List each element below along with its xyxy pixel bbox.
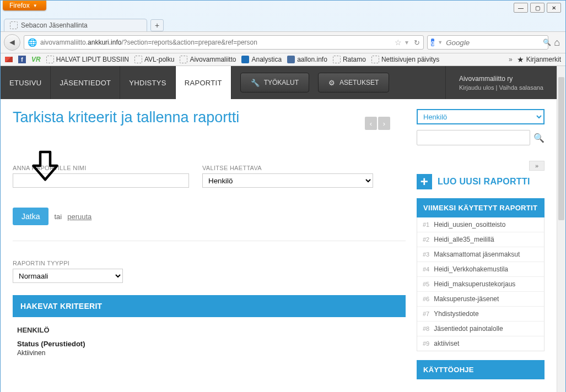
gmail-icon bbox=[5, 57, 13, 62]
org-name: Aivovammaliitto ry bbox=[459, 75, 543, 83]
pager-prev-button[interactable]: ‹ bbox=[365, 117, 377, 130]
search-dropdown-icon[interactable]: ▼ bbox=[438, 40, 443, 45]
facebook-icon: f bbox=[18, 56, 26, 63]
search-input[interactable] bbox=[446, 39, 540, 47]
bookmark-item[interactable]: Ratamo bbox=[333, 56, 366, 63]
bookmark-item[interactable]: Nettisivujen päivitys bbox=[371, 56, 439, 63]
bookmarks-menu[interactable]: ★Kirjanmerkit bbox=[517, 55, 561, 64]
report-type-select[interactable]: Normaali bbox=[13, 269, 123, 283]
guide-header: KÄYTTÖOHJE bbox=[417, 360, 545, 379]
generic-favicon bbox=[134, 56, 142, 63]
generic-favicon bbox=[371, 56, 379, 63]
entity-select[interactable]: Henkilö bbox=[417, 109, 545, 124]
analystica-icon bbox=[241, 56, 249, 63]
or-text: tai bbox=[54, 213, 62, 221]
bookmark-item[interactable]: Analystica bbox=[241, 56, 282, 63]
nav-yhdistys[interactable]: YHDISTYS bbox=[120, 66, 175, 99]
target-label: VALITSE HAETTAVA bbox=[202, 165, 373, 171]
vertical-scrollbar[interactable] bbox=[557, 66, 565, 392]
recent-report-item[interactable]: #9aktiiviset bbox=[417, 336, 544, 351]
nav-tyokalut-button[interactable]: 🔧TYÖKALUT bbox=[240, 73, 309, 92]
recent-report-item[interactable]: #3Maksamattomat jäsenmaksut bbox=[417, 247, 544, 262]
nav-jasentiedot[interactable]: JÄSENTIEDOT bbox=[51, 66, 120, 99]
reload-icon[interactable]: ↻ bbox=[414, 39, 420, 47]
bookmark-overflow-icon[interactable]: » bbox=[509, 56, 513, 63]
dropdown-icon[interactable]: ▾ bbox=[405, 39, 408, 46]
recent-report-item[interactable]: #2Heidi_alle35_meilillä bbox=[417, 232, 544, 247]
url-bar[interactable]: 🌐 aivovammaliitto.ankkuri.info/?section=… bbox=[24, 35, 424, 50]
vr-icon: VR bbox=[31, 56, 41, 63]
tab-title: Sebacon Jäsenhallinta bbox=[21, 21, 88, 29]
search-icon[interactable]: 🔍 bbox=[543, 39, 551, 46]
browser-search-box[interactable]: g ▼ 🔍 bbox=[427, 35, 548, 50]
bookmark-gmail[interactable] bbox=[5, 57, 13, 62]
generic-favicon bbox=[333, 56, 341, 63]
bookmark-item[interactable]: AVL-polku bbox=[134, 56, 174, 63]
target-select[interactable]: Henkilö bbox=[202, 173, 373, 188]
window-minimize-button[interactable]: — bbox=[514, 3, 528, 13]
user-panel: Aivovammaliitto ry Kirjaudu ulos | Vaihd… bbox=[445, 66, 557, 99]
criteria-value: Aktiivinen bbox=[17, 349, 401, 357]
change-password-link[interactable]: Vaihda salasana bbox=[499, 84, 543, 91]
home-icon[interactable]: ⌂ bbox=[552, 37, 562, 48]
browser-tab[interactable]: Sebacon Jäsenhallinta bbox=[4, 19, 147, 31]
url-text: aivovammaliitto.ankkuri.info/?section=re… bbox=[40, 39, 257, 46]
recent-report-item[interactable]: #7Yhdistystiedote bbox=[417, 307, 544, 322]
continue-button[interactable]: Jatka bbox=[13, 208, 48, 225]
bookmark-star-icon[interactable]: ☆ bbox=[395, 38, 402, 47]
nav-etusivu[interactable]: ETUSIVU bbox=[1, 66, 51, 99]
window-maximize-button[interactable]: ▢ bbox=[530, 3, 545, 13]
annotation-arrow-icon bbox=[30, 150, 60, 184]
nav-back-button[interactable]: ◄ bbox=[4, 34, 20, 51]
cancel-link[interactable]: peruuta bbox=[67, 213, 91, 221]
window-close-button[interactable]: ✕ bbox=[547, 3, 561, 13]
plus-icon: + bbox=[417, 174, 432, 189]
recent-reports-header: VIIMEKSI KÄYTETYT RAPORTIT bbox=[417, 198, 545, 217]
nav-raportit[interactable]: RAPORTIT bbox=[176, 66, 231, 99]
bookmark-item[interactable]: HALVAT LIPUT BUSSIIN bbox=[46, 56, 129, 63]
collapse-button[interactable]: » bbox=[529, 161, 545, 171]
new-report-button[interactable]: + LUO UUSI RAPORTTI bbox=[417, 174, 545, 189]
google-icon: g bbox=[431, 39, 434, 46]
top-nav: ETUSIVU JÄSENTIEDOT YHDISTYS RAPORTIT 🔧T… bbox=[1, 66, 557, 99]
criteria-header: HAKEVAT KRITEERIT bbox=[13, 295, 406, 317]
bookmark-bar: f VR HALVAT LIPUT BUSSIIN AVL-polku Aivo… bbox=[1, 53, 565, 66]
new-tab-button[interactable]: + bbox=[150, 19, 164, 31]
recent-report-item[interactable]: #6Maksuperuste-jäsenet bbox=[417, 292, 544, 307]
nav-asetukset-button[interactable]: ⚙ASETUKSET bbox=[318, 73, 389, 92]
pager-next-button[interactable]: › bbox=[378, 117, 390, 130]
bookmark-facebook[interactable]: f bbox=[18, 56, 26, 63]
bookmark-item[interactable]: aallon.info bbox=[287, 56, 327, 63]
recent-report-item[interactable]: #4Heidi_Verkkohakemustila bbox=[417, 262, 544, 277]
criteria-section-title: HENKILÖ bbox=[17, 326, 401, 334]
report-type-label: RAPORTIN TYYPPI bbox=[13, 260, 406, 266]
recent-report-item[interactable]: #5Heidi_maksuperustekorjaus bbox=[417, 277, 544, 292]
side-search-icon[interactable]: 🔍 bbox=[533, 133, 545, 143]
bookmark-item[interactable]: Aivovammaliitto bbox=[180, 56, 236, 63]
recent-report-item[interactable]: #1Heidi_uusien_osoitteisto bbox=[417, 217, 544, 232]
star-icon: ★ bbox=[517, 55, 524, 64]
bookmark-vr[interactable]: VR bbox=[31, 56, 41, 63]
gear-icon: ⚙ bbox=[328, 79, 335, 87]
wrench-icon: 🔧 bbox=[251, 79, 260, 87]
aallon-icon bbox=[287, 56, 295, 63]
criteria-key: Status (Perustiedot) bbox=[17, 340, 401, 348]
page-title: Tarkista kriteerit ja tallenna raportti bbox=[13, 109, 406, 126]
generic-favicon bbox=[180, 56, 187, 63]
recent-reports-list: #1Heidi_uusien_osoitteisto #2Heidi_alle3… bbox=[417, 217, 545, 351]
globe-icon: 🌐 bbox=[28, 38, 37, 47]
tab-favicon bbox=[10, 21, 18, 29]
firefox-menu-button[interactable]: Firefox▼ bbox=[3, 1, 46, 10]
generic-favicon bbox=[46, 56, 54, 63]
recent-report-item[interactable]: #8Jäsentiedot painotalolle bbox=[417, 322, 544, 336]
logout-link[interactable]: Kirjaudu ulos bbox=[459, 84, 494, 91]
side-search-input[interactable] bbox=[417, 130, 530, 145]
